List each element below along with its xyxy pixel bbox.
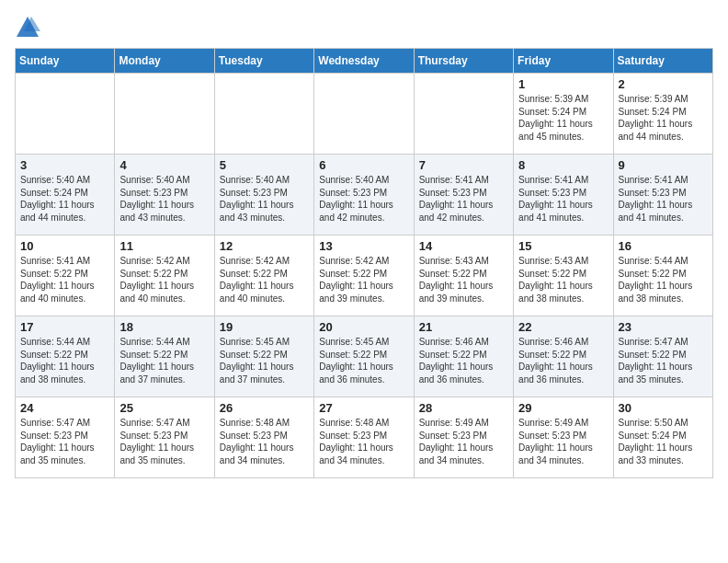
col-header-tuesday: Tuesday [214, 49, 313, 74]
day-info: Sunrise: 5:43 AM Sunset: 5:22 PM Dayligh… [419, 255, 509, 304]
calendar-cell: 13Sunrise: 5:42 AM Sunset: 5:22 PM Dayli… [314, 236, 414, 316]
day-info: Sunrise: 5:40 AM Sunset: 5:23 PM Dayligh… [119, 174, 210, 224]
day-info: Sunrise: 5:40 AM Sunset: 5:24 PM Dayligh… [20, 174, 110, 224]
day-info: Sunrise: 5:49 AM Sunset: 5:23 PM Dayligh… [419, 417, 509, 466]
day-number: 8 [518, 158, 609, 172]
day-info: Sunrise: 5:39 AM Sunset: 5:24 PM Dayligh… [619, 93, 709, 143]
calendar-cell: 5Sunrise: 5:40 AM Sunset: 5:23 PM Daylig… [214, 155, 313, 236]
day-info: Sunrise: 5:48 AM Sunset: 5:23 PM Dayligh… [319, 417, 409, 466]
day-number: 21 [419, 320, 509, 334]
calendar-cell: 15Sunrise: 5:43 AM Sunset: 5:22 PM Dayli… [514, 236, 613, 316]
calendar-cell: 18Sunrise: 5:44 AM Sunset: 5:22 PM Dayli… [115, 316, 214, 397]
day-number: 1 [518, 77, 609, 91]
calendar-cell: 26Sunrise: 5:48 AM Sunset: 5:23 PM Dayli… [214, 397, 313, 478]
calendar-cell: 14Sunrise: 5:43 AM Sunset: 5:22 PM Dayli… [414, 236, 513, 316]
day-number: 24 [20, 401, 110, 415]
calendar-cell: 4Sunrise: 5:40 AM Sunset: 5:23 PM Daylig… [115, 155, 214, 236]
calendar-cell: 30Sunrise: 5:50 AM Sunset: 5:24 PM Dayli… [613, 397, 712, 478]
col-header-thursday: Thursday [414, 49, 513, 74]
day-info: Sunrise: 5:50 AM Sunset: 5:24 PM Dayligh… [619, 417, 709, 466]
calendar-cell: 22Sunrise: 5:46 AM Sunset: 5:22 PM Dayli… [514, 316, 613, 397]
day-number: 17 [20, 320, 110, 334]
calendar-cell [214, 74, 313, 155]
day-number: 16 [619, 239, 709, 253]
logo [15, 15, 44, 40]
calendar-cell: 7Sunrise: 5:41 AM Sunset: 5:23 PM Daylig… [414, 155, 513, 236]
day-number: 12 [220, 239, 310, 253]
calendar-cell [314, 74, 414, 155]
calendar-header-row: SundayMondayTuesdayWednesdayThursdayFrid… [16, 49, 713, 74]
calendar-week-row: 17Sunrise: 5:44 AM Sunset: 5:22 PM Dayli… [16, 316, 713, 397]
day-number: 30 [619, 401, 709, 415]
calendar-cell: 8Sunrise: 5:41 AM Sunset: 5:23 PM Daylig… [514, 155, 613, 236]
day-info: Sunrise: 5:42 AM Sunset: 5:22 PM Dayligh… [119, 255, 210, 304]
day-info: Sunrise: 5:40 AM Sunset: 5:23 PM Dayligh… [220, 174, 310, 224]
day-number: 5 [220, 158, 310, 172]
calendar-table: SundayMondayTuesdayWednesdayThursdayFrid… [15, 48, 713, 478]
page-header [15, 15, 713, 40]
day-info: Sunrise: 5:42 AM Sunset: 5:22 PM Dayligh… [220, 255, 310, 304]
day-number: 4 [119, 158, 210, 172]
day-number: 2 [619, 77, 709, 91]
calendar-cell [115, 74, 214, 155]
calendar-cell [16, 74, 115, 155]
calendar-cell: 6Sunrise: 5:40 AM Sunset: 5:23 PM Daylig… [314, 155, 414, 236]
day-number: 23 [619, 320, 709, 334]
day-number: 13 [319, 239, 409, 253]
col-header-monday: Monday [115, 49, 214, 74]
day-info: Sunrise: 5:46 AM Sunset: 5:22 PM Dayligh… [419, 336, 509, 385]
day-number: 25 [119, 401, 210, 415]
col-header-wednesday: Wednesday [314, 49, 414, 74]
day-number: 14 [419, 239, 509, 253]
day-info: Sunrise: 5:48 AM Sunset: 5:23 PM Dayligh… [220, 417, 310, 466]
day-info: Sunrise: 5:49 AM Sunset: 5:23 PM Dayligh… [518, 417, 609, 466]
col-header-saturday: Saturday [613, 49, 712, 74]
calendar-cell [414, 74, 513, 155]
day-number: 19 [220, 320, 310, 334]
day-info: Sunrise: 5:47 AM Sunset: 5:22 PM Dayligh… [619, 336, 709, 385]
day-number: 3 [20, 158, 110, 172]
calendar-cell: 16Sunrise: 5:44 AM Sunset: 5:22 PM Dayli… [613, 236, 712, 316]
day-info: Sunrise: 5:44 AM Sunset: 5:22 PM Dayligh… [619, 255, 709, 304]
day-info: Sunrise: 5:45 AM Sunset: 5:22 PM Dayligh… [319, 336, 409, 385]
day-info: Sunrise: 5:41 AM Sunset: 5:22 PM Dayligh… [20, 255, 110, 304]
day-number: 29 [518, 401, 609, 415]
calendar-cell: 1Sunrise: 5:39 AM Sunset: 5:24 PM Daylig… [514, 74, 613, 155]
col-header-sunday: Sunday [16, 49, 115, 74]
day-number: 7 [419, 158, 509, 172]
day-info: Sunrise: 5:44 AM Sunset: 5:22 PM Dayligh… [20, 336, 110, 385]
day-info: Sunrise: 5:45 AM Sunset: 5:22 PM Dayligh… [220, 336, 310, 385]
day-number: 15 [518, 239, 609, 253]
day-info: Sunrise: 5:44 AM Sunset: 5:22 PM Dayligh… [119, 336, 210, 385]
calendar-cell: 28Sunrise: 5:49 AM Sunset: 5:23 PM Dayli… [414, 397, 513, 478]
logo-icon [15, 15, 40, 40]
day-info: Sunrise: 5:41 AM Sunset: 5:23 PM Dayligh… [619, 174, 709, 224]
calendar-cell: 12Sunrise: 5:42 AM Sunset: 5:22 PM Dayli… [214, 236, 313, 316]
calendar-cell: 3Sunrise: 5:40 AM Sunset: 5:24 PM Daylig… [16, 155, 115, 236]
calendar-cell: 27Sunrise: 5:48 AM Sunset: 5:23 PM Dayli… [314, 397, 414, 478]
calendar-cell: 23Sunrise: 5:47 AM Sunset: 5:22 PM Dayli… [613, 316, 712, 397]
calendar-cell: 9Sunrise: 5:41 AM Sunset: 5:23 PM Daylig… [613, 155, 712, 236]
day-info: Sunrise: 5:39 AM Sunset: 5:24 PM Dayligh… [518, 93, 609, 143]
calendar-week-row: 10Sunrise: 5:41 AM Sunset: 5:22 PM Dayli… [16, 236, 713, 316]
calendar-cell: 11Sunrise: 5:42 AM Sunset: 5:22 PM Dayli… [115, 236, 214, 316]
day-number: 18 [119, 320, 210, 334]
day-info: Sunrise: 5:41 AM Sunset: 5:23 PM Dayligh… [518, 174, 609, 224]
col-header-friday: Friday [514, 49, 613, 74]
day-info: Sunrise: 5:41 AM Sunset: 5:23 PM Dayligh… [419, 174, 509, 224]
day-info: Sunrise: 5:42 AM Sunset: 5:22 PM Dayligh… [319, 255, 409, 304]
day-info: Sunrise: 5:46 AM Sunset: 5:22 PM Dayligh… [518, 336, 609, 385]
day-number: 22 [518, 320, 609, 334]
day-number: 26 [220, 401, 310, 415]
day-info: Sunrise: 5:47 AM Sunset: 5:23 PM Dayligh… [20, 417, 110, 466]
calendar-cell: 25Sunrise: 5:47 AM Sunset: 5:23 PM Dayli… [115, 397, 214, 478]
day-info: Sunrise: 5:43 AM Sunset: 5:22 PM Dayligh… [518, 255, 609, 304]
calendar-week-row: 3Sunrise: 5:40 AM Sunset: 5:24 PM Daylig… [16, 155, 713, 236]
calendar-cell: 24Sunrise: 5:47 AM Sunset: 5:23 PM Dayli… [16, 397, 115, 478]
day-number: 27 [319, 401, 409, 415]
day-info: Sunrise: 5:40 AM Sunset: 5:23 PM Dayligh… [319, 174, 409, 224]
day-number: 9 [619, 158, 709, 172]
day-info: Sunrise: 5:47 AM Sunset: 5:23 PM Dayligh… [119, 417, 210, 466]
day-number: 6 [319, 158, 409, 172]
day-number: 10 [20, 239, 110, 253]
